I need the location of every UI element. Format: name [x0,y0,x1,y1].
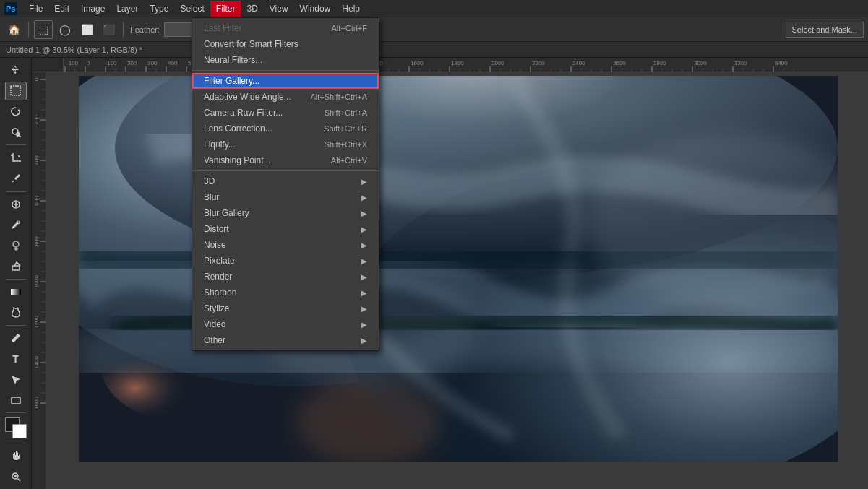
filter-sharpen[interactable]: Sharpen ▶ [192,285,379,300]
filter-3d[interactable]: 3D ▶ [192,173,379,189]
noise-label: Noise [204,240,226,250]
camera-raw-shortcut: Shift+Ctrl+A [325,108,367,117]
filter-other[interactable]: Other ▶ [192,332,379,348]
lens-correction-label: Lens Correction... [204,124,272,134]
filter-stylize[interactable]: Stylize ▶ [192,300,379,316]
convert-smart-label: Convert for Smart Filters [204,39,298,49]
lens-correction-shortcut: Shift+Ctrl+R [324,124,367,133]
distort-label: Distort [204,224,229,234]
liquify-label: Liquify... [204,139,236,150]
video-arrow: ▶ [361,321,367,329]
camera-raw-label: Camera Raw Filter... [204,108,283,118]
last-filter-shortcut: Alt+Ctrl+F [331,24,367,33]
pixelate-label: Pixelate [204,256,235,266]
filter-adaptive-wide[interactable]: Adaptive Wide Angle... Alt+Shift+Ctrl+A [192,89,379,105]
filter-blur-gallery[interactable]: Blur Gallery ▶ [192,205,379,221]
filter-camera-raw[interactable]: Camera Raw Filter... Shift+Ctrl+A [192,105,379,121]
filter-video[interactable]: Video ▶ [192,316,379,332]
filter-menu-section-2: Filter Gallery... Adaptive Wide Angle...… [192,71,379,171]
blur-label: Blur [204,192,219,202]
neural-label: Neural Filters... [204,55,262,65]
filter-3d-label: 3D [204,176,215,186]
filter-distort[interactable]: Distort ▶ [192,221,379,237]
sharpen-label: Sharpen [204,287,236,298]
filter-lens-correction[interactable]: Lens Correction... Shift+Ctrl+R [192,121,379,137]
filter-vanishing-point[interactable]: Vanishing Point... Alt+Ctrl+V [192,152,379,168]
filter-3d-arrow: ▶ [361,178,367,186]
filter-neural[interactable]: Neural Filters... [192,52,379,68]
adaptive-wide-shortcut: Alt+Shift+Ctrl+A [310,92,367,101]
stylize-label: Stylize [204,303,229,313]
filter-pixelate[interactable]: Pixelate ▶ [192,253,379,269]
dropdown-overlay: Last Filter Alt+Ctrl+F Convert for Smart… [0,0,868,489]
render-label: Render [204,272,232,282]
other-arrow: ▶ [361,337,367,345]
video-label: Video [204,319,225,329]
filter-blur[interactable]: Blur ▶ [192,189,379,205]
noise-arrow: ▶ [361,241,367,249]
sharpen-arrow: ▶ [361,289,367,297]
filter-menu: Last Filter Alt+Ctrl+F Convert for Smart… [192,17,379,351]
filter-gallery[interactable]: Filter Gallery... [192,73,379,89]
blur-arrow: ▶ [361,194,367,202]
pixelate-arrow: ▶ [361,257,367,265]
last-filter-label: Last Filter [204,23,242,33]
filter-last-filter[interactable]: Last Filter Alt+Ctrl+F [192,20,379,36]
filter-liquify[interactable]: Liquify... Shift+Ctrl+X [192,137,379,152]
filter-noise[interactable]: Noise ▶ [192,237,379,253]
vanishing-point-label: Vanishing Point... [204,155,271,165]
filter-gallery-label: Filter Gallery... [204,76,259,86]
other-label: Other [204,335,225,345]
filter-menu-section-3: 3D ▶ Blur ▶ Blur Gallery ▶ Distort ▶ Noi… [192,171,379,350]
render-arrow: ▶ [361,273,367,281]
adaptive-wide-label: Adaptive Wide Angle... [204,92,291,102]
stylize-arrow: ▶ [361,305,367,313]
blur-gallery-label: Blur Gallery [204,208,249,218]
filter-render[interactable]: Render ▶ [192,269,379,285]
blur-gallery-arrow: ▶ [361,209,367,217]
vanishing-point-shortcut: Alt+Ctrl+V [331,156,367,165]
liquify-shortcut: Shift+Ctrl+X [325,140,367,149]
distort-arrow: ▶ [361,225,367,233]
filter-menu-section-1: Last Filter Alt+Ctrl+F Convert for Smart… [192,18,379,71]
filter-convert-smart[interactable]: Convert for Smart Filters [192,36,379,52]
